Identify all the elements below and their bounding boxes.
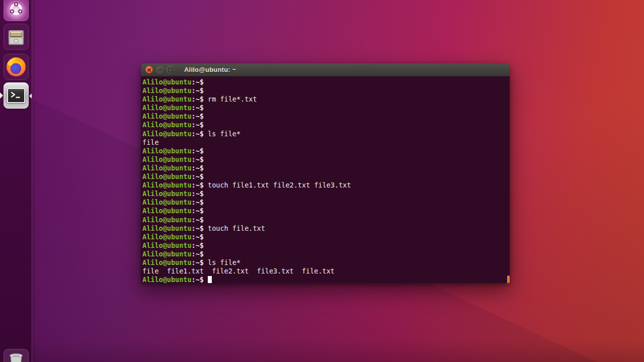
terminal-icon <box>7 88 25 103</box>
terminal-prompt-line: Alilo@ubuntu:~$ <box>142 250 510 258</box>
prompt-symbol: :~$ <box>192 181 208 189</box>
prompt-user-host: Alilo@ubuntu <box>142 86 192 95</box>
text-cursor <box>208 276 212 283</box>
launcher-item-terminal[interactable] <box>4 82 29 109</box>
ubuntu-logo-icon <box>8 1 25 18</box>
prompt-symbol: :~$ <box>192 241 208 249</box>
prompt-symbol: :~$ <box>192 172 208 180</box>
prompt-user-host: Alilo@ubuntu <box>142 104 192 112</box>
terminal-prompt-line: Alilo@ubuntu:~$ <box>142 207 510 215</box>
close-button[interactable] <box>145 66 153 73</box>
terminal-prompt-line: Alilo@ubuntu:~$ touch file.txt <box>142 224 510 233</box>
firefox-icon <box>6 56 27 77</box>
prompt-user-host: Alilo@ubuntu <box>142 95 192 103</box>
launcher-item-ubuntu[interactable] <box>4 0 29 21</box>
terminal-prompt-line: Alilo@ubuntu:~$ <box>142 104 510 112</box>
launcher-item-trash[interactable] <box>4 349 29 362</box>
minimize-button[interactable] <box>156 66 164 73</box>
prompt-symbol: :~$ <box>192 95 208 103</box>
prompt-symbol: :~$ <box>192 250 208 258</box>
prompt-user-host: Alilo@ubuntu <box>142 233 192 241</box>
prompt-symbol: :~$ <box>192 276 208 283</box>
prompt-user-host: Alilo@ubuntu <box>142 121 192 129</box>
command-text: ls file* <box>208 130 240 138</box>
terminal-prompt-line: Alilo@ubuntu:~$ rm file*.txt <box>142 95 510 104</box>
prompt-user-host: Alilo@ubuntu <box>142 198 192 206</box>
prompt-symbol: :~$ <box>192 164 208 172</box>
terminal-prompt-line: Alilo@ubuntu:~$ <box>142 276 510 283</box>
prompt-user-host: Alilo@ubuntu <box>142 172 192 180</box>
command-text: ls file* <box>208 258 240 266</box>
prompt-user-host: Alilo@ubuntu <box>142 130 192 138</box>
prompt-user-host: Alilo@ubuntu <box>142 216 192 224</box>
prompt-user-host: Alilo@ubuntu <box>142 147 192 155</box>
terminal-prompt-line: Alilo@ubuntu:~$ ls file* <box>142 130 510 138</box>
prompt-user-host: Alilo@ubuntu <box>142 155 192 163</box>
terminal-output-line: file file1.txt file2.txt file3.txt file.… <box>142 267 510 276</box>
command-text: touch file.txt <box>208 224 265 232</box>
prompt-user-host: Alilo@ubuntu <box>142 190 192 198</box>
prompt-symbol: :~$ <box>192 233 208 241</box>
terminal-prompt-line: Alilo@ubuntu:~$ <box>142 198 510 207</box>
prompt-user-host: Alilo@ubuntu <box>142 164 192 172</box>
prompt-user-host: Alilo@ubuntu <box>142 276 192 283</box>
prompt-user-host: Alilo@ubuntu <box>142 207 192 215</box>
prompt-symbol: :~$ <box>192 78 208 86</box>
prompt-symbol: :~$ <box>192 130 208 138</box>
output-text: file file1.txt file2.txt file3.txt file.… <box>142 267 335 275</box>
output-text: file <box>142 138 159 146</box>
terminal-prompt-line: Alilo@ubuntu:~$ <box>142 147 510 155</box>
terminal-prompt-line: Alilo@ubuntu:~$ <box>142 121 510 129</box>
terminal-prompt-line: Alilo@ubuntu:~$ ls file* <box>142 258 510 267</box>
terminal-prompt-line: Alilo@ubuntu:~$ touch file1.txt file2.tx… <box>142 181 510 190</box>
prompt-user-host: Alilo@ubuntu <box>142 78 192 86</box>
prompt-user-host: Alilo@ubuntu <box>142 224 192 232</box>
desktop: Alilo@ubuntu: ~ Alilo@ubuntu:~$ Alilo@ub… <box>0 0 644 362</box>
terminal-prompt-line: Alilo@ubuntu:~$ <box>142 164 510 172</box>
window-title: Alilo@ubuntu: ~ <box>184 66 236 73</box>
terminal-prompt-line: Alilo@ubuntu:~$ <box>142 241 510 250</box>
prompt-user-host: Alilo@ubuntu <box>142 250 192 258</box>
terminal-prompt-line: Alilo@ubuntu:~$ <box>142 172 510 181</box>
terminal-lines: Alilo@ubuntu:~$ Alilo@ubuntu:~$ Alilo@ub… <box>142 78 510 283</box>
scrollbar-thumb[interactable] <box>507 276 510 283</box>
command-text: touch file1.txt file2.txt file3.txt <box>208 181 351 189</box>
running-indicator-arrow-icon <box>0 93 3 99</box>
prompt-symbol: :~$ <box>192 86 208 95</box>
prompt-symbol: :~$ <box>192 121 208 129</box>
terminal-window: Alilo@ubuntu: ~ Alilo@ubuntu:~$ Alilo@ub… <box>141 63 510 283</box>
launcher-item-firefox[interactable] <box>4 54 29 80</box>
focused-indicator-arrow-icon <box>29 94 32 99</box>
terminal-prompt-line: Alilo@ubuntu:~$ <box>142 190 510 198</box>
prompt-symbol: :~$ <box>192 104 208 112</box>
prompt-symbol: :~$ <box>192 207 208 215</box>
launcher-item-files[interactable] <box>4 24 29 50</box>
window-titlebar[interactable]: Alilo@ubuntu: ~ <box>141 63 510 76</box>
terminal-prompt-line: Alilo@ubuntu:~$ <box>142 216 510 224</box>
terminal-prompt-line: Alilo@ubuntu:~$ <box>142 155 510 164</box>
prompt-user-host: Alilo@ubuntu <box>142 258 192 266</box>
launcher <box>0 0 32 362</box>
trash-icon <box>8 352 25 362</box>
terminal-body[interactable]: Alilo@ubuntu:~$ Alilo@ubuntu:~$ Alilo@ub… <box>141 76 510 283</box>
terminal-prompt-line: Alilo@ubuntu:~$ <box>142 233 510 241</box>
terminal-output-line: file <box>142 138 510 147</box>
command-text: rm file*.txt <box>208 95 257 103</box>
prompt-symbol: :~$ <box>192 147 208 155</box>
file-cabinet-icon <box>7 28 25 46</box>
prompt-symbol: :~$ <box>192 155 208 163</box>
prompt-symbol: :~$ <box>192 224 208 232</box>
maximize-button[interactable] <box>167 66 174 73</box>
prompt-symbol: :~$ <box>192 258 208 266</box>
prompt-symbol: :~$ <box>192 198 208 206</box>
prompt-symbol: :~$ <box>192 190 208 198</box>
terminal-prompt-line: Alilo@ubuntu:~$ <box>142 112 510 121</box>
terminal-prompt-line: Alilo@ubuntu:~$ <box>142 78 510 86</box>
prompt-user-host: Alilo@ubuntu <box>142 112 192 120</box>
prompt-symbol: :~$ <box>192 112 208 120</box>
prompt-symbol: :~$ <box>192 216 208 224</box>
prompt-user-host: Alilo@ubuntu <box>142 181 192 189</box>
prompt-user-host: Alilo@ubuntu <box>142 241 192 249</box>
terminal-prompt-line: Alilo@ubuntu:~$ <box>142 86 510 95</box>
